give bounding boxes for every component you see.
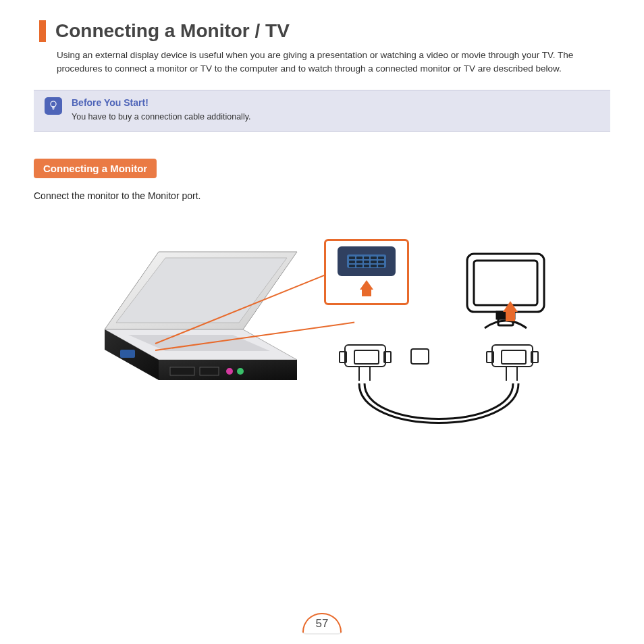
intro-paragraph: Using an external display device is usef… [57,49,610,75]
external-monitor-icon [462,248,549,339]
arrow-up-icon [503,301,518,321]
svg-rect-8 [170,367,194,375]
arrow-up-icon [360,280,373,290]
svg-point-11 [237,368,244,375]
page-title: Connecting a Monitor / TV [55,20,290,42]
title-accent-bar [39,20,46,42]
svg-marker-2 [116,258,287,323]
svg-rect-13 [474,261,537,305]
svg-point-0 [51,101,56,107]
section-heading: Connecting a Monitor [34,159,157,178]
page-number-badge: 57 [301,613,343,635]
page-title-row: Connecting a Monitor / TV [39,20,610,42]
manual-page: Connecting a Monitor / TV Using an exter… [0,0,644,644]
svg-point-10 [226,368,233,375]
vga-port-icon [338,246,396,276]
vga-cable-icon [339,336,541,437]
svg-rect-7 [120,350,135,358]
connection-diagram [34,221,610,464]
note-heading: Before You Start! [72,97,250,108]
svg-rect-9 [200,367,219,375]
vga-port-callout [324,239,409,305]
section-heading-wrap: Connecting a Monitor [34,159,610,190]
note-text: You have to buy a connection cable addit… [72,112,250,122]
instruction-text: Connect the monitor to the Monitor port. [34,190,610,201]
note-content: Before You Start! You have to buy a conn… [72,97,250,122]
before-you-start-note: Before You Start! You have to buy a conn… [34,90,610,132]
page-number: 57 [301,617,343,630]
lightbulb-icon [45,97,62,115]
